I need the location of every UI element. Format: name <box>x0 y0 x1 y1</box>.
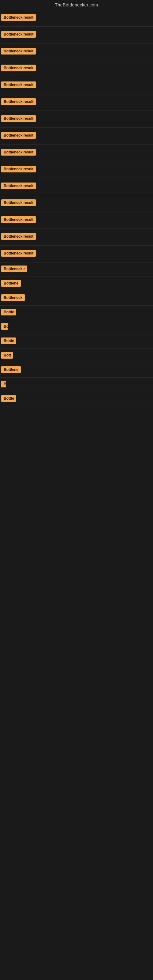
bottleneck-badge[interactable]: Bottleneck result <box>1 81 36 88</box>
empty-space <box>0 406 153 835</box>
bottleneck-badge[interactable]: Bottle <box>1 309 16 315</box>
bottleneck-badge[interactable]: Bottleneck result <box>1 149 36 156</box>
bottleneck-badge[interactable]: Bottlene <box>1 366 21 373</box>
bottleneck-badge[interactable]: Bo <box>1 323 8 330</box>
results-list: Bottleneck resultBottleneck resultBottle… <box>0 10 153 406</box>
bottleneck-badge[interactable]: Bottleneck <box>1 294 25 301</box>
result-row: Bottleneck result <box>0 145 153 161</box>
bottleneck-badge[interactable]: Bott <box>1 352 13 359</box>
result-row: Bottleneck result <box>0 43 153 60</box>
result-row: Bottleneck <box>0 291 153 305</box>
bottleneck-badge[interactable]: Bottleneck result <box>1 166 36 172</box>
bottleneck-badge[interactable]: Bottleneck result <box>1 14 36 21</box>
result-row: Bottleneck result <box>0 229 153 246</box>
result-row: Bottleneck result <box>0 77 153 94</box>
bottleneck-badge[interactable]: B <box>1 381 6 387</box>
bottleneck-badge[interactable]: Bottleneck result <box>1 216 36 223</box>
result-row: Bottleneck result <box>0 246 153 262</box>
result-row: Bottleneck r <box>0 262 153 277</box>
bottleneck-badge[interactable]: Bottleneck result <box>1 31 36 38</box>
bottleneck-badge[interactable]: Bottleneck result <box>1 132 36 139</box>
bottleneck-badge[interactable]: Bottleneck result <box>1 48 36 54</box>
result-row: Bottleneck result <box>0 195 153 212</box>
result-row: B <box>0 378 153 392</box>
bottleneck-badge[interactable]: Bottle <box>1 337 16 344</box>
result-row: Bottleneck result <box>0 111 153 128</box>
bottleneck-badge[interactable]: Bottleneck result <box>1 199 36 206</box>
result-row: Bott <box>0 349 153 363</box>
bottleneck-badge[interactable]: Bottleneck result <box>1 250 36 257</box>
result-row: Bottle <box>0 392 153 406</box>
bottleneck-badge[interactable]: Bottlene <box>1 280 21 286</box>
result-row: Bottle <box>0 334 153 349</box>
result-row: Bottle <box>0 305 153 320</box>
site-title: TheBottlenecker.com <box>0 0 153 10</box>
bottleneck-badge[interactable]: Bottle <box>1 395 16 402</box>
result-row: Bo <box>0 320 153 334</box>
bottleneck-badge[interactable]: Bottleneck r <box>1 266 27 272</box>
bottleneck-badge[interactable]: Bottleneck result <box>1 65 36 72</box>
bottleneck-badge[interactable]: Bottleneck result <box>1 98 36 105</box>
result-row: Bottleneck result <box>0 60 153 77</box>
result-row: Bottlene <box>0 363 153 378</box>
bottleneck-badge[interactable]: Bottleneck result <box>1 233 36 240</box>
result-row: Bottleneck result <box>0 178 153 195</box>
result-row: Bottleneck result <box>0 128 153 145</box>
result-row: Bottleneck result <box>0 161 153 178</box>
result-row: Bottleneck result <box>0 212 153 229</box>
bottleneck-badge[interactable]: Bottleneck result <box>1 183 36 189</box>
result-row: Bottlene <box>0 277 153 291</box>
result-row: Bottleneck result <box>0 94 153 111</box>
result-row: Bottleneck result <box>0 10 153 27</box>
site-header: TheBottlenecker.com <box>0 0 153 10</box>
result-row: Bottleneck result <box>0 27 153 43</box>
bottleneck-badge[interactable]: Bottleneck result <box>1 115 36 122</box>
